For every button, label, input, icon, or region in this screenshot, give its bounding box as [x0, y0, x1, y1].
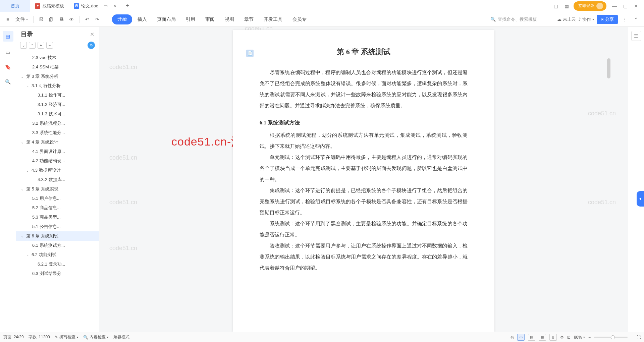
chevron-icon: ⌄: [21, 187, 25, 191]
outline-item[interactable]: 3.1.1 操作可...: [16, 91, 99, 100]
rail-bookmark-icon[interactable]: 🔖: [4, 63, 12, 71]
outline-item[interactable]: 5.3 商品类型...: [16, 213, 99, 222]
outline-item[interactable]: 2.3 vue 技术: [16, 53, 99, 62]
template-icon: ✦: [35, 3, 40, 9]
outline-sync-icon[interactable]: ⟳: [88, 42, 95, 49]
apps-icon[interactable]: ▦: [563, 2, 570, 10]
vertical-scrollbar[interactable]: [607, 57, 611, 331]
spellcheck-icon: ✎: [55, 335, 58, 340]
tab-template[interactable]: ✦ 找稻壳模板: [30, 0, 69, 12]
add-tab-button[interactable]: +: [121, 2, 133, 9]
outline-item[interactable]: ⌄6.2 功能测试: [16, 250, 99, 260]
status-page[interactable]: 页面: 24/29: [3, 334, 24, 340]
ribbon-tab-insert[interactable]: 插入: [133, 14, 152, 24]
print-icon[interactable]: 🖶: [57, 15, 66, 24]
outline-item[interactable]: 5.1 用户信息...: [16, 194, 99, 203]
outline-item[interactable]: 3.1.2 经济可...: [16, 100, 99, 109]
save-icon[interactable]: 🖫: [37, 15, 46, 24]
zoom-out-button[interactable]: −: [588, 335, 591, 340]
ribbon-tab-dev[interactable]: 开发工具: [259, 14, 287, 24]
paragraph: 集成测试：这个环节进行的前提是，已经把系统的各个子模块进行了组合，然后把组合的完…: [260, 185, 468, 218]
avatar-icon: [596, 3, 603, 9]
status-spellcheck[interactable]: ✎ 拼写检查 ▾: [55, 334, 78, 340]
fullscreen-icon[interactable]: ⛶: [637, 335, 641, 340]
view-page-icon[interactable]: ▭: [517, 334, 525, 341]
status-compat[interactable]: 兼容模式: [113, 334, 129, 340]
outline-item[interactable]: ⌄第 3 章 系统分析: [16, 72, 99, 81]
status-eye-icon[interactable]: ◎: [511, 335, 514, 340]
search-input[interactable]: 🔍 查找命令、搜索模板: [487, 15, 554, 24]
tab-document[interactable]: W 论文.doc ▭ ✕: [69, 0, 121, 12]
outline-expand-all[interactable]: ⌃: [29, 42, 36, 49]
outline-item[interactable]: ⌄第 4 章 系统设计: [16, 137, 99, 147]
ribbon-tab-start[interactable]: 开始: [112, 14, 132, 24]
cloud-status[interactable]: ☁ 未上云: [557, 16, 576, 22]
zoom-fit-icon[interactable]: ⊡: [567, 335, 571, 340]
close-window-button[interactable]: ✕: [631, 3, 641, 9]
outline-item[interactable]: ⌄第 6 章 系统测试: [16, 231, 99, 241]
outline-item[interactable]: 5.2 商品信息...: [16, 203, 99, 213]
rail-outline-icon[interactable]: ▤: [3, 31, 13, 42]
ribbon-tab-ref[interactable]: 引用: [181, 14, 200, 24]
outline-item[interactable]: 6.1 系统测试方...: [16, 241, 99, 250]
redo-icon[interactable]: ↷: [93, 15, 102, 24]
tab-home[interactable]: 首页: [0, 0, 30, 12]
outline-item[interactable]: 2.4 SSM 框架: [16, 62, 99, 72]
share-button[interactable]: ⎘ 分享: [597, 15, 618, 24]
outline-item[interactable]: ⌄第 5 章 系统实现: [16, 184, 99, 194]
outline-item[interactable]: 3.2 系统流程分...: [16, 119, 99, 128]
collapse-ribbon-icon[interactable]: ⌃: [632, 15, 641, 24]
zoom-label[interactable]: 80% ▾: [574, 335, 585, 340]
rail-search-icon[interactable]: 🔍: [4, 78, 12, 86]
outline-item[interactable]: 3.1.3 技术可...: [16, 109, 99, 119]
view-outline-icon[interactable]: ▤: [528, 334, 535, 341]
document-area[interactable]: code51.cn code51.cn code51.cn code51.cn …: [99, 27, 628, 332]
minimize-button[interactable]: —: [610, 3, 619, 9]
chapter-heading: 第 6 章 系统测试: [260, 47, 468, 57]
rail-nav-icon[interactable]: ▭: [4, 48, 12, 56]
zoom-slider[interactable]: [594, 337, 628, 338]
login-button[interactable]: 立即登录: [574, 1, 606, 11]
outline-add[interactable]: +: [38, 42, 44, 49]
ribbon-tab-section[interactable]: 章节: [239, 14, 258, 24]
outline-item[interactable]: 4.1 界面设计原...: [16, 147, 99, 156]
menu-icon[interactable]: ≡: [3, 15, 12, 24]
outline-item[interactable]: ⌄4.3 数据库设计: [16, 166, 99, 175]
status-words[interactable]: 字数: 11200: [29, 334, 50, 340]
ribbon-tab-view[interactable]: 视图: [220, 14, 239, 24]
ribbon-tab-review[interactable]: 审阅: [201, 14, 219, 24]
outline-collapse-all[interactable]: ⌄: [20, 42, 27, 49]
outline-item[interactable]: 4.2 功能结构设...: [16, 156, 99, 166]
maximize-button[interactable]: ▢: [621, 3, 630, 9]
ribbon-tab-layout[interactable]: 页面布局: [152, 14, 180, 24]
tab-close-icon[interactable]: ✕: [113, 3, 117, 8]
outline-item[interactable]: 6.3 测试结果分: [16, 269, 99, 278]
status-contentcheck[interactable]: 🔍 内容检查 ▾: [83, 334, 109, 340]
outline-item[interactable]: 4.3.2 数据库...: [16, 175, 99, 184]
side-drawer-tab[interactable]: [637, 191, 644, 207]
saveas-icon[interactable]: 🗐: [47, 15, 56, 24]
chevron-icon: ⌄: [26, 169, 30, 172]
zoom-in-button[interactable]: +: [631, 335, 633, 340]
outline-item[interactable]: 3.3 系统性能分...: [16, 128, 99, 137]
view-tools-icon[interactable]: ⚙: [560, 335, 564, 340]
scrollbar-thumb[interactable]: [607, 58, 610, 78]
more-icon[interactable]: ⋮: [621, 15, 629, 24]
outline-remove[interactable]: −: [46, 42, 53, 49]
tab-window-icon[interactable]: ▭: [104, 3, 108, 8]
outline-item[interactable]: 5.1 公告信息...: [16, 222, 99, 231]
outline-item[interactable]: 6.2.1 登录功...: [16, 260, 99, 269]
view-web-icon[interactable]: ▦: [539, 334, 546, 341]
layout-icon[interactable]: ◫: [552, 2, 559, 10]
right-panel-toggle[interactable]: ☰: [631, 31, 641, 41]
view-read-icon[interactable]: ▯: [549, 334, 557, 341]
outline-item[interactable]: ⌄3.1 可行性分析: [16, 81, 99, 91]
doc-action-icon[interactable]: 📄: [246, 50, 254, 57]
coop-button[interactable]: ⤴ 协作 ▾: [579, 16, 594, 22]
undo-icon[interactable]: ↶: [83, 15, 92, 24]
outline-close-icon[interactable]: ✕: [90, 31, 94, 38]
file-menu[interactable]: 文件 ▾: [13, 16, 30, 22]
coop-icon: ⤴: [579, 17, 581, 22]
ribbon-tab-member[interactable]: 会员专: [288, 14, 311, 24]
preview-icon[interactable]: 👁: [67, 15, 76, 24]
